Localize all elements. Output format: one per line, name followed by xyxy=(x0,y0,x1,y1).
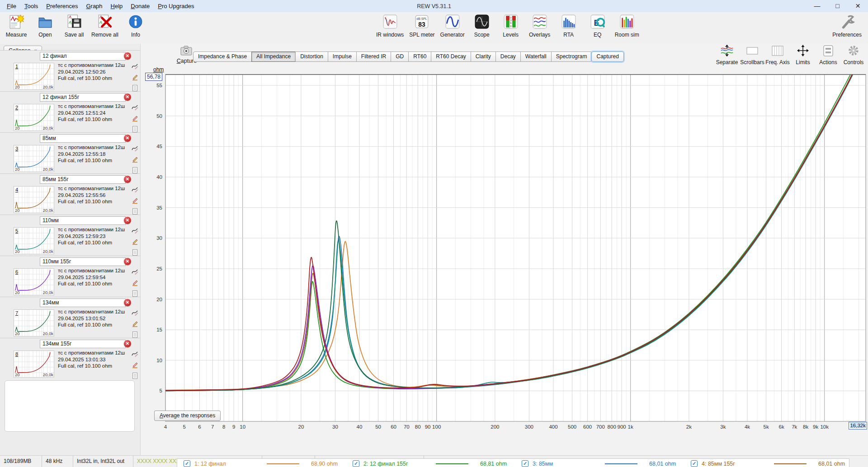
x-axis-cursor-readout[interactable]: 16,32k xyxy=(849,422,867,430)
legend-checkbox[interactable]: ✓ xyxy=(184,460,190,467)
measurement-item-1[interactable]: 12 финал✕12020,0kтс с противомагнитами 1… xyxy=(0,50,140,91)
measurement-thumbnail[interactable]: 32020,0k xyxy=(14,145,54,172)
edit-colour-icon[interactable] xyxy=(132,197,138,205)
edit-colour-icon[interactable] xyxy=(132,238,138,247)
measurement-thumbnail[interactable]: 62020,0k xyxy=(14,268,54,295)
toolbar-button-info[interactable]: Info xyxy=(121,14,150,38)
trace-style-icon[interactable] xyxy=(132,227,138,236)
legend-checkbox[interactable]: ✓ xyxy=(691,460,698,467)
remove-measurement-button[interactable]: ✕ xyxy=(124,217,131,224)
tab-decay[interactable]: Decay xyxy=(495,51,521,62)
measurement-thumbnail[interactable]: 82020,0k xyxy=(14,350,54,378)
measurement-name-input[interactable]: 134мм xyxy=(40,299,126,307)
toolbar-button-remove-all[interactable]: Remove all xyxy=(89,14,121,38)
toolbar-button-save-all[interactable]: Save all xyxy=(60,14,89,38)
tab-spectrogram[interactable]: Spectrogram xyxy=(551,51,592,62)
graph-tool-controls[interactable]: Controls xyxy=(841,45,866,65)
measurement-name-input[interactable]: 110мм 155г xyxy=(40,257,126,266)
average-responses-button[interactable]: Average the responses xyxy=(154,411,221,421)
edit-colour-icon[interactable] xyxy=(132,115,138,123)
remove-measurement-button[interactable]: ✕ xyxy=(124,340,131,347)
measurement-item-3[interactable]: 85мм✕32020,0kтс с противомагнитами 12ш29… xyxy=(0,132,140,173)
trace-style-icon[interactable] xyxy=(132,186,138,195)
toolbar-button-overlays[interactable]: Overlays xyxy=(525,14,554,38)
measurement-thumbnail[interactable]: 72020,0k xyxy=(14,309,54,336)
tab-gd[interactable]: GD xyxy=(391,51,409,62)
measurement-name-input[interactable]: 85мм xyxy=(40,134,126,143)
restore-button[interactable]: □ xyxy=(827,0,848,12)
measurement-item-2[interactable]: 12 финал 155г✕22020,0kтс с противомагнит… xyxy=(0,91,140,132)
remove-measurement-button[interactable]: ✕ xyxy=(124,135,131,142)
trace-style-icon[interactable] xyxy=(132,350,138,359)
toolbar-button-rta[interactable]: RTA xyxy=(554,14,583,38)
measurement-name-input[interactable]: 12 финал xyxy=(40,52,126,61)
menu-graph[interactable]: Graph xyxy=(82,1,106,11)
legend-checkbox[interactable]: ✓ xyxy=(353,460,359,467)
close-button[interactable]: ✕ xyxy=(848,0,868,12)
edit-colour-icon[interactable] xyxy=(132,361,138,370)
graph-tool-actions[interactable]: Actions xyxy=(816,45,841,65)
y-axis-unit-label[interactable]: ohm xyxy=(153,66,164,73)
measurement-name-input[interactable]: 12 финал 155г xyxy=(40,93,126,102)
toolbar-button-preferences[interactable]: Preferences xyxy=(830,14,864,38)
toolbar-button-room-sim[interactable]: Room sim xyxy=(612,14,642,38)
tab-all-impedance[interactable]: All Impedance xyxy=(251,51,296,62)
trace-style-icon[interactable] xyxy=(132,309,138,318)
measurement-thumbnail[interactable]: 42020,0k xyxy=(14,186,54,213)
measurement-name-input[interactable]: 85мм 155г xyxy=(40,175,126,184)
measurement-item-7[interactable]: 134мм✕72020,0kтс с противомагнитами 12ш2… xyxy=(0,297,140,338)
measurement-item-5[interactable]: 110мм✕52020,0kтс с противомагнитами 12ш2… xyxy=(0,215,140,256)
trace-style-icon[interactable] xyxy=(132,104,138,112)
tab-captured[interactable]: Captured xyxy=(591,51,623,62)
menu-donate[interactable]: Donate xyxy=(127,1,154,11)
graph-tool-freq-axis[interactable]: Freq. Axis xyxy=(765,45,790,65)
measurement-name-input[interactable]: 134мм 155г xyxy=(40,340,126,348)
tab-impedance-phase[interactable]: Impedance & Phase xyxy=(193,51,252,62)
trace-style-icon[interactable] xyxy=(132,268,138,277)
remove-measurement-button[interactable]: ✕ xyxy=(124,93,131,101)
measurement-item-6[interactable]: 110мм 155г✕62020,0kтс с противомагнитами… xyxy=(0,256,140,297)
legend-checkbox[interactable]: ✓ xyxy=(522,460,528,467)
minimize-button[interactable]: — xyxy=(807,0,827,12)
toolbar-button-ir-windows[interactable]: IR windows xyxy=(373,14,406,38)
remove-measurement-button[interactable]: ✕ xyxy=(124,299,131,306)
toolbar-button-spl-meter[interactable]: dB SPL83SPL meter xyxy=(406,14,437,38)
trace-style-icon[interactable] xyxy=(132,145,138,154)
remove-measurement-button[interactable]: ✕ xyxy=(124,258,131,265)
measurement-thumbnail[interactable]: 22020,0k xyxy=(14,104,54,131)
tab-waterfall[interactable]: Waterfall xyxy=(520,51,552,62)
tab-distortion[interactable]: Distortion xyxy=(295,51,328,62)
toolbar-button-levels[interactable]: 0369Levels xyxy=(496,14,525,38)
measurement-item-8[interactable]: 134мм 155г✕82020,0kтс с противомагнитами… xyxy=(0,338,140,379)
menu-help[interactable]: Help xyxy=(107,1,127,11)
graph-tool-limits[interactable]: Limits xyxy=(790,45,816,65)
tab-filtered-ir[interactable]: Filtered IR xyxy=(356,51,391,62)
tab-impulse[interactable]: Impulse xyxy=(328,51,357,62)
menu-pro-upgrades[interactable]: Pro Upgrades xyxy=(154,1,198,11)
edit-colour-icon[interactable] xyxy=(132,320,138,329)
toolbar-button-open[interactable]: Open xyxy=(31,14,60,38)
edit-colour-icon[interactable] xyxy=(132,74,138,82)
menu-tools[interactable]: Tools xyxy=(20,1,42,11)
edit-colour-icon[interactable] xyxy=(132,279,138,288)
tab-clarity[interactable]: Clarity xyxy=(471,51,496,62)
edit-colour-icon[interactable] xyxy=(132,156,138,164)
remove-measurement-button[interactable]: ✕ xyxy=(124,52,131,60)
measurement-name-input[interactable]: 110мм xyxy=(40,216,126,225)
graph-tool-scrollbars[interactable]: Scrollbars xyxy=(740,45,765,65)
tab-rt60-decay[interactable]: RT60 Decay xyxy=(431,51,471,62)
toolbar-button-eq[interactable]: EEQ xyxy=(583,14,612,38)
toolbar-button-measure[interactable]: Measure xyxy=(2,14,31,38)
remove-measurement-button[interactable]: ✕ xyxy=(124,176,131,183)
measurement-item-4[interactable]: 85мм 155г✕42020,0kтс с противомагнитами … xyxy=(0,173,140,215)
measurement-thumbnail[interactable]: 12020,0k xyxy=(14,63,54,90)
chart-plot[interactable]: 5101520253035404550554567891020304050607… xyxy=(141,69,868,433)
graph-tool-separate[interactable]: Separate xyxy=(714,45,740,65)
notes-icon[interactable] xyxy=(132,372,138,381)
menu-preferences[interactable]: Preferences xyxy=(42,1,82,11)
measurement-thumbnail[interactable]: 52020,0k xyxy=(14,227,54,254)
tab-rt60[interactable]: RT60 xyxy=(408,51,431,62)
toolbar-button-scope[interactable]: Scope xyxy=(467,14,496,38)
menu-file[interactable]: File xyxy=(3,1,20,11)
trace-style-icon[interactable] xyxy=(132,63,138,71)
